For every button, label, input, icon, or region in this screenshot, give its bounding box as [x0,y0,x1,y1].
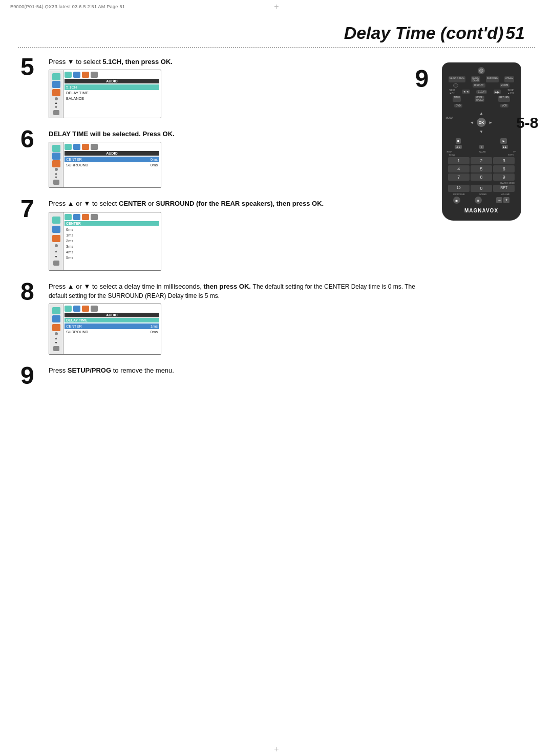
dpad-right[interactable]: ► [486,118,495,127]
clear-btn[interactable]: CLEAR [476,90,487,94]
screen-item-balance5: BALANCE [65,96,159,101]
num-0[interactable]: 0 [471,185,492,192]
s6-icon-2 [52,153,60,160]
title-btn[interactable]: TITLE [453,96,461,102]
volume-label: VOLUME [501,193,510,196]
s7-2ms: 2ms [65,238,159,244]
vcr-btn[interactable]: VCR [500,104,508,107]
num-8[interactable]: 8 [471,174,492,181]
power-icon [479,69,483,73]
volume-control: − + [496,197,509,203]
play-btn[interactable]: ► [500,138,507,144]
s8-top-3 [82,306,89,312]
subtitle-btn[interactable]: SUBTITLE [486,76,499,82]
rew-label: REW [447,150,452,153]
s7-top-3 [82,214,89,220]
s7-0ms: 0ms [65,227,159,232]
s8-icon-4 [55,332,58,335]
step-9-row: 9 Press SETUP/PROG to remove the menu. [20,366,420,388]
skip-ch2-label: SKIP▲CH [507,89,514,95]
setup-btn[interactable]: SETUP/PROG [449,76,466,82]
step-6-row: 6 DELAY TIME will be selected. Press OK.… [20,129,420,188]
num-5[interactable]: 5 [471,165,492,172]
top-icon-4 [91,72,98,78]
step-7-text: Press ▲ or ▼ to select CENTER or SURROUN… [49,199,420,208]
menu-label: MENU [446,117,453,119]
dvd-btn[interactable]: DVD [454,104,462,107]
s7-top-4 [91,214,98,220]
s6-center-row: CENTER0ms [65,157,159,162]
search-mode-label: SEARCH MODE [446,182,517,184]
num-10[interactable]: 10 [448,185,470,192]
s7-icon-4 [55,244,58,247]
num-1[interactable]: 1 [448,157,470,164]
s6-surround-row: SURROUND0ms [65,162,159,168]
num-4[interactable]: 4 [448,165,470,172]
dpad-br [486,127,495,137]
spacer1 [479,103,483,107]
s8-top-4 [91,306,98,312]
step-5-content: Press ▼ to select 5.1CH, then press OK. … [49,57,420,118]
dpad-up[interactable]: ▲ [477,109,486,118]
skip-back-btn[interactable]: ◄◄ [462,90,470,94]
num-3[interactable]: 3 [493,157,515,164]
screen-arrow-up: ▲ [54,101,58,104]
title-text: Delay Time (cont'd) [344,23,504,42]
return-btn[interactable]: RETURN [498,96,510,102]
s6-top-3 [82,144,89,150]
screen-item-51ch: 5.1CH [65,84,159,90]
display-btn[interactable]: DISPLAY [473,83,485,88]
header-line: E9000(P01-54).QX33.latest 03.6.5 2:51 AM… [10,4,125,9]
step-7-row: 7 Press ▲ or ▼ to select CENTER or SURRO… [20,199,420,270]
s7-arrow-dn: ▼ [54,255,58,258]
surround-btn[interactable]: ◉ [453,197,460,204]
s8-main-header: AUDIO [65,313,159,317]
step-9-content: Press SETUP/PROG to remove the menu. [49,366,420,378]
vol-minus-btn[interactable]: − [496,197,502,203]
rew-btn[interactable]: ◄◄ [455,145,462,149]
s6-icon-4 [55,168,58,171]
num-repeat[interactable]: RPT [493,185,515,192]
mode-speed-btn[interactable]: MODE/SPEED [475,96,484,102]
pause-btn[interactable]: ⏸ [479,145,484,149]
ff-btn[interactable]: ▶▶ [502,145,508,149]
num-9[interactable]: 9 [493,174,515,181]
s6-icon-5 [53,180,59,185]
stop-btn[interactable]: ■ [456,138,461,144]
s8-icon-2 [52,315,60,322]
audio-btn[interactable]: AUDIOBAND [471,76,480,82]
vol-plus-btn[interactable]: + [503,197,509,203]
dpad-section: 5-8 ▲ ◄ OK ► ▼ MENU [446,109,517,137]
step-6-content: DELAY TIME will be selected. Press OK. ▲… [49,129,420,188]
num-7[interactable]: 7 [448,174,470,181]
s8-icon-1 [52,307,60,314]
power-button[interactable] [478,67,485,74]
screen-header-5: AUDIO [65,79,159,83]
step-8-row: 8 Press ▲ or ▼ to select a delay time in… [20,282,420,355]
screen-icon-3 [52,89,60,96]
angle-btn[interactable]: ANGLE [504,76,514,82]
ok-button[interactable]: OK [477,118,486,127]
top-crosshair: + [274,2,279,11]
screen-icon-1 [52,73,60,80]
screen-item-delaytime5: DELAY TIME [65,90,159,96]
screen-icon-2 [52,81,60,88]
step-9-number: 9 [20,363,44,388]
num-2[interactable]: 2 [471,157,492,164]
step-5-screen: ▲ ▼ AUDIO 5.1CH DELAY [49,70,161,118]
surround-label: SURROUND [453,193,465,196]
step-8-content: Press ▲ or ▼ to select a delay time in m… [49,282,420,355]
s7-1ms: 1ms [65,232,159,238]
bottom-crosshair: + [274,745,279,754]
top-icon-1 [65,72,72,78]
tv-dot [453,83,458,88]
num-6[interactable]: 6 [493,165,515,172]
step-5-number: 5 [20,55,44,79]
skip-fwd-btn[interactable]: ▶▶ [494,90,501,94]
s6-icon-1 [52,145,60,152]
dpad-left[interactable]: ◄ [467,118,477,127]
zoom-btn[interactable]: ZOOM [500,83,510,88]
dpad-down[interactable]: ▼ [477,127,486,137]
page-number: 51 [505,23,525,42]
sound-btn[interactable]: ◉ [475,197,482,204]
